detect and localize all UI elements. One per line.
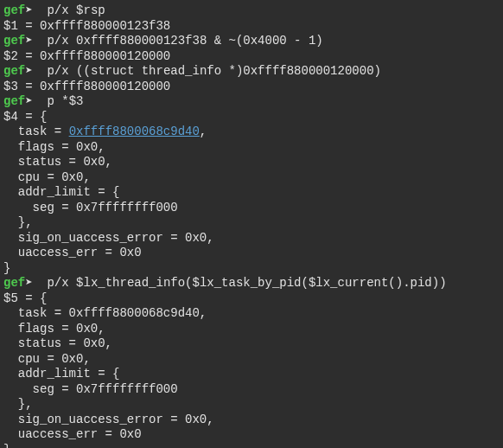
command-text: p/x 0xffff880000123f38 & ~(0x4000 - 1) bbox=[47, 34, 322, 48]
output-line: addr_limit = { bbox=[3, 185, 500, 201]
output-line: sig_on_uaccess_error = 0x0, bbox=[3, 413, 500, 428]
prompt-gef: gef bbox=[3, 94, 25, 108]
command-line[interactable]: gef➤ p/x 0xffff880000123f38 & ~(0x4000 -… bbox=[3, 34, 500, 49]
output-line: task = 0xffff8800068c9d40, bbox=[3, 125, 500, 140]
output-line: status = 0x0, bbox=[3, 336, 500, 352]
prompt-arrow-icon: ➤ bbox=[25, 3, 32, 17]
command-line[interactable]: gef➤ p/x $rsp bbox=[3, 3, 500, 19]
prompt-gef: gef bbox=[3, 3, 25, 17]
output-line: uaccess_err = 0x0 bbox=[3, 427, 500, 443]
prompt-arrow-icon: ➤ bbox=[25, 276, 32, 290]
command-text: p *$3 bbox=[47, 94, 83, 108]
output-line: flags = 0x0, bbox=[3, 322, 500, 337]
prompt-arrow-icon: ➤ bbox=[25, 94, 32, 108]
output-line: } bbox=[3, 443, 500, 449]
command-text: p/x $lx_thread_info($lx_task_by_pid($lx_… bbox=[47, 276, 446, 290]
command-line[interactable]: gef➤ p/x ((struct thread_info *)0xffff88… bbox=[3, 64, 500, 80]
output-line: seg = 0x7ffffffff000 bbox=[3, 201, 500, 216]
output-line: $5 = { bbox=[3, 291, 500, 307]
prompt-gef: gef bbox=[3, 276, 25, 290]
output-line: $3 = 0xffff880000120000 bbox=[3, 80, 500, 95]
output-line: }, bbox=[3, 215, 500, 231]
output-line: task = 0xffff8800068c9d40, bbox=[3, 306, 500, 322]
output-line: sig_on_uaccess_error = 0x0, bbox=[3, 231, 500, 246]
output-line: seg = 0x7ffffffff000 bbox=[3, 382, 500, 398]
output-line: $1 = 0xffff880000123f38 bbox=[3, 19, 500, 35]
prompt-arrow-icon: ➤ bbox=[25, 64, 32, 78]
output-line: } bbox=[3, 261, 500, 277]
output-line: flags = 0x0, bbox=[3, 140, 500, 156]
prompt-gef: gef bbox=[3, 64, 25, 78]
prompt-arrow-icon: ➤ bbox=[25, 34, 32, 48]
command-line[interactable]: gef➤ p/x $lx_thread_info($lx_task_by_pid… bbox=[3, 276, 500, 291]
output-line: $4 = { bbox=[3, 110, 500, 125]
task-pointer-link[interactable]: 0xffff8800068c9d40 bbox=[69, 125, 200, 138]
output-line: status = 0x0, bbox=[3, 155, 500, 170]
output-line: cpu = 0x0, bbox=[3, 352, 500, 368]
command-text: p/x $rsp bbox=[47, 3, 105, 17]
output-line: }, bbox=[3, 397, 500, 413]
output-line: cpu = 0x0, bbox=[3, 170, 500, 186]
command-text: p/x ((struct thread_info *)0xffff8800001… bbox=[47, 64, 380, 78]
terminal-output: gef➤ p/x $rsp$1 = 0xffff880000123f38gef➤… bbox=[3, 3, 500, 448]
prompt-gef: gef bbox=[3, 34, 25, 48]
output-line: uaccess_err = 0x0 bbox=[3, 246, 500, 261]
command-line[interactable]: gef➤ p *$3 bbox=[3, 94, 500, 110]
output-line: $2 = 0xffff880000120000 bbox=[3, 49, 500, 65]
output-line: addr_limit = { bbox=[3, 367, 500, 382]
